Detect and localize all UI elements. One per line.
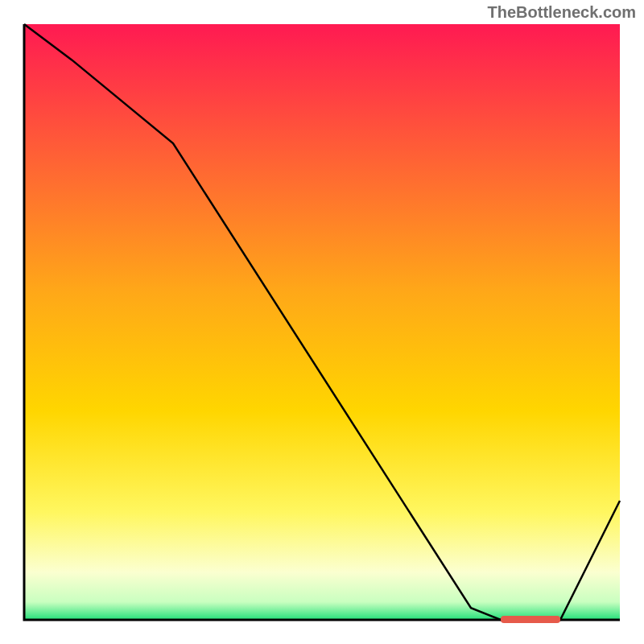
bottleneck-chart	[0, 0, 644, 644]
plot-background	[24, 24, 620, 620]
attribution-text: TheBottleneck.com	[488, 3, 636, 22]
highlight-band	[501, 616, 560, 623]
chart-container: TheBottleneck.com	[0, 0, 644, 644]
